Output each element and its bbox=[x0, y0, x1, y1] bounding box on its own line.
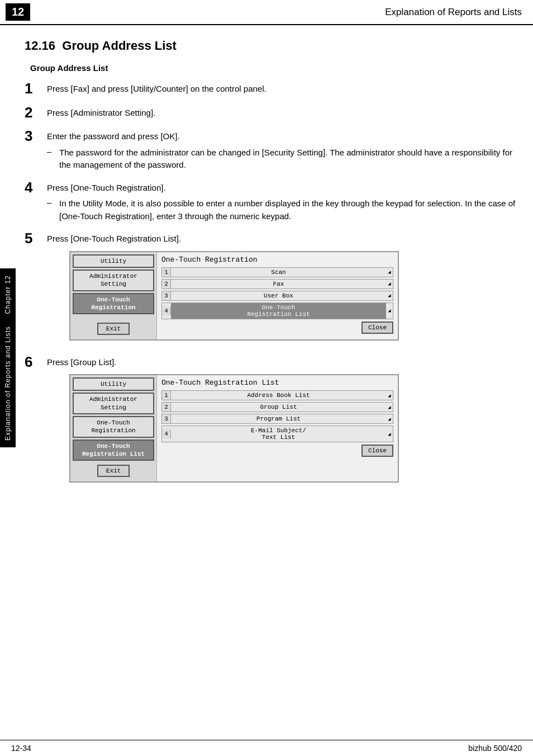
screen2-item-3[interactable]: 3 Program List ◢ bbox=[161, 414, 393, 424]
screen1-title: One-Touch Registration bbox=[161, 256, 393, 264]
screen1-exit-btn[interactable]: Exit bbox=[97, 323, 130, 335]
screen1-item-4-arrow: ◢ bbox=[386, 308, 393, 314]
screen2-item-3-num: 3 bbox=[162, 414, 171, 423]
screen-mockup-1: Utility AdministratorSetting One-TouchRe… bbox=[69, 251, 399, 341]
step-3-note: – The password for the administrator can… bbox=[47, 147, 516, 172]
screen2-left: Utility AdministratorSetting One-TouchRe… bbox=[70, 375, 157, 481]
step-3-text: Enter the password and press [OK]. bbox=[47, 130, 516, 143]
screen1-item-1-arrow: ◢ bbox=[386, 269, 393, 275]
screen2-item-4-num: 4 bbox=[162, 429, 171, 438]
step-number-2: 2 bbox=[25, 105, 47, 121]
step-4-dash: – bbox=[47, 197, 59, 207]
step-1-text: Press [Fax] and press [Utility/Counter] … bbox=[47, 83, 516, 96]
screen2-utility-btn[interactable]: Utility bbox=[73, 377, 154, 391]
step-number-6: 6 bbox=[25, 354, 47, 370]
screen2-title: One-Touch Registration List bbox=[161, 379, 393, 387]
step-4-content: Press [One-Touch Registration]. – In the… bbox=[47, 179, 516, 223]
step-6-content: Press [Group List]. Utility Administrato… bbox=[47, 354, 516, 489]
screen2-exit-area: Exit bbox=[73, 462, 154, 479]
screen2-exit-btn[interactable]: Exit bbox=[97, 465, 130, 477]
step-number-3: 3 bbox=[25, 128, 47, 144]
screen1-utility-btn[interactable]: Utility bbox=[73, 254, 154, 268]
screen1-right: One-Touch Registration 1 Scan ◢ 2 Fax ◢ … bbox=[157, 252, 398, 339]
screen2-onetouch-btn[interactable]: One-TouchRegistration bbox=[73, 416, 154, 438]
footer-left: 12-34 bbox=[11, 744, 31, 753]
screen2-close-btn[interactable]: Close bbox=[361, 445, 393, 457]
side-tab: Explanation of Reports and Lists Chapter… bbox=[0, 268, 16, 447]
step-4-note-text: In the Utility Mode, it is also possible… bbox=[59, 197, 516, 223]
screen1-item-2-arrow: ◢ bbox=[386, 281, 393, 287]
screen-mockup-2: Utility AdministratorSetting One-TouchRe… bbox=[69, 374, 399, 483]
screen1-bottom: Close bbox=[161, 322, 393, 334]
step-number-1: 1 bbox=[25, 81, 47, 97]
step-3-content: Enter the password and press [OK]. – The… bbox=[47, 128, 516, 172]
screen1-onetouch-btn[interactable]: One-TouchRegistration bbox=[73, 293, 154, 315]
step-number-4: 4 bbox=[25, 179, 47, 196]
step-2-text: Press [Administrator Setting]. bbox=[47, 107, 516, 120]
main-content: 12.16 Group Address List Group Address L… bbox=[0, 25, 533, 509]
screen1-item-3-arrow: ◢ bbox=[386, 292, 393, 299]
step-1-content: Press [Fax] and press [Utility/Counter] … bbox=[47, 81, 516, 96]
step-5-text: Press [One-Touch Registration List]. bbox=[47, 233, 516, 245]
screen2-admin-btn[interactable]: AdministratorSetting bbox=[73, 393, 154, 414]
screen1-item-1-label: Scan bbox=[171, 268, 386, 277]
step-2-content: Press [Administrator Setting]. bbox=[47, 105, 516, 120]
screen1-item-3-num: 3 bbox=[162, 291, 171, 300]
screen1-close-btn[interactable]: Close bbox=[361, 322, 393, 334]
step-4-text: Press [One-Touch Registration]. bbox=[47, 182, 516, 195]
screen1-item-2-label: Fax bbox=[171, 280, 386, 289]
screen2-item-4-label: E-Mail Subject/Text List bbox=[171, 426, 386, 442]
step-3-dash: – bbox=[47, 147, 59, 156]
screen1-exit-area: Exit bbox=[73, 320, 154, 337]
step-number-5: 5 bbox=[25, 230, 47, 247]
screen2-item-4[interactable]: 4 E-Mail Subject/Text List ◢ bbox=[161, 426, 393, 442]
side-tab-text: Explanation of Reports and Lists Chapter… bbox=[4, 275, 12, 441]
screen2-item-4-arrow: ◢ bbox=[386, 431, 393, 437]
step-1: 1 Press [Fax] and press [Utility/Counter… bbox=[25, 81, 516, 97]
step-6-text: Press [Group List]. bbox=[47, 356, 516, 369]
section-title: 12.16 Group Address List bbox=[25, 39, 516, 53]
step-6: 6 Press [Group List]. Utility Administra… bbox=[25, 354, 516, 489]
page-footer: 12-34 bizhub 500/420 bbox=[0, 740, 533, 756]
screen2-item-2-num: 2 bbox=[162, 403, 171, 412]
screen1-item-2-num: 2 bbox=[162, 280, 171, 289]
step-5-content: Press [One-Touch Registration List]. Uti… bbox=[47, 230, 516, 346]
screen1-item-4-label: One-TouchRegistration List bbox=[171, 303, 386, 319]
step-3-note-text: The password for the administrator can b… bbox=[59, 147, 516, 172]
footer-right: bizhub 500/420 bbox=[468, 744, 522, 753]
screen2-item-2-label: Group List bbox=[171, 403, 386, 412]
step-2: 2 Press [Administrator Setting]. bbox=[25, 105, 516, 121]
screen2-item-1-label: Address Book List bbox=[171, 391, 386, 400]
screen2-item-2[interactable]: 2 Group List ◢ bbox=[161, 402, 393, 412]
screen1-admin-btn[interactable]: AdministratorSetting bbox=[73, 270, 154, 291]
chapter-number: 12 bbox=[6, 3, 30, 21]
screen1-left: Utility AdministratorSetting One-TouchRe… bbox=[70, 252, 157, 339]
screen1-item-3-label: User Box bbox=[171, 291, 386, 300]
screen2-item-3-label: Program List bbox=[171, 414, 386, 423]
screen2-item-1-arrow: ◢ bbox=[386, 393, 393, 399]
page-header: 12 Explanation of Reports and Lists bbox=[0, 0, 533, 25]
step-3: 3 Enter the password and press [OK]. – T… bbox=[25, 128, 516, 172]
step-5: 5 Press [One-Touch Registration List]. U… bbox=[25, 230, 516, 346]
screen2-item-1[interactable]: 1 Address Book List ◢ bbox=[161, 390, 393, 400]
step-4: 4 Press [One-Touch Registration]. – In t… bbox=[25, 179, 516, 223]
screen2-bottom: Close bbox=[161, 445, 393, 457]
screen2-right: One-Touch Registration List 1 Address Bo… bbox=[157, 375, 398, 481]
screen1-item-2[interactable]: 2 Fax ◢ bbox=[161, 279, 393, 289]
screen2-onetouchlist-btn[interactable]: One-TouchRegistration List bbox=[73, 440, 154, 461]
screen2-item-2-arrow: ◢ bbox=[386, 404, 393, 410]
screen1-item-3[interactable]: 3 User Box ◢ bbox=[161, 291, 393, 301]
step-4-note: – In the Utility Mode, it is also possib… bbox=[47, 197, 516, 223]
screen1-item-4[interactable]: 4 One-TouchRegistration List ◢ bbox=[161, 303, 393, 319]
screen1-item-1[interactable]: 1 Scan ◢ bbox=[161, 267, 393, 277]
screen1-item-4-num: 4 bbox=[162, 306, 171, 315]
sub-heading: Group Address List bbox=[30, 63, 516, 73]
screen1-item-1-num: 1 bbox=[162, 268, 171, 277]
screen2-item-1-num: 1 bbox=[162, 391, 171, 400]
screen2-item-3-arrow: ◢ bbox=[386, 416, 393, 422]
header-title: Explanation of Reports and Lists bbox=[385, 7, 522, 18]
